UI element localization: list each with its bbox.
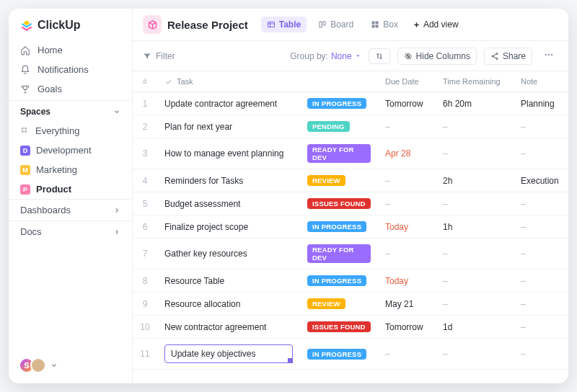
table-row[interactable]: 11Update key objectivesIN PROGRESS––– <box>133 339 568 370</box>
svg-rect-10 <box>376 25 379 28</box>
sidebar-item-everything[interactable]: Everything <box>9 121 132 141</box>
table-row[interactable]: 3How to manage event planningREADY FOR D… <box>133 138 568 169</box>
chevron-down-icon <box>50 362 58 369</box>
add-view-button[interactable]: Add view <box>413 19 459 30</box>
sidebar-space-marketing[interactable]: MMarketing <box>9 160 132 179</box>
sort-icon <box>375 52 384 61</box>
svg-point-17 <box>551 54 552 55</box>
table-row[interactable]: 9Resource allocationREVIEWMay 21–– <box>133 293 568 316</box>
task-name: Resource allocation <box>164 299 240 309</box>
project-title: Release Project <box>167 19 248 31</box>
group-by-selector[interactable]: Group by: None <box>290 51 361 61</box>
col-num[interactable]: # <box>133 71 157 92</box>
due-date: May 21 <box>378 293 436 315</box>
user-avatars[interactable]: S <box>9 347 132 383</box>
task-name: Gather key resources <box>164 249 247 259</box>
view-board[interactable]: Board <box>312 17 359 32</box>
hide-columns-button[interactable]: Hide Columns <box>397 48 477 65</box>
sidebar-docs[interactable]: Docs <box>9 220 132 242</box>
status-badge[interactable]: PENDING <box>307 121 350 132</box>
status-badge[interactable]: IN PROGRESS <box>307 275 366 286</box>
topbar: Release Project Table Board Box Add view <box>133 9 568 41</box>
table-row[interactable]: 1Update contractor agreementIN PROGRESST… <box>133 92 568 115</box>
toolbar: Filter Group by: None Hide Columns Share <box>133 41 568 71</box>
nav-notifications[interactable]: Notifications <box>9 60 132 79</box>
brand-logo[interactable]: ClickUp <box>9 9 132 39</box>
task-name: Update contractor agreement <box>164 99 277 109</box>
svg-rect-4 <box>268 22 274 27</box>
chevron-down-icon <box>113 108 120 115</box>
table-header: # Task Due Date Time Remaining Note <box>133 71 568 92</box>
col-status[interactable] <box>300 71 378 92</box>
svg-point-16 <box>548 54 550 55</box>
status-badge[interactable]: ISSUES FOUND <box>307 321 371 332</box>
sidebar-dashboards[interactable]: Dashboards <box>9 199 132 220</box>
status-badge[interactable]: READY FOR DEV <box>307 144 371 163</box>
filter-button[interactable]: Filter <box>143 51 175 61</box>
due-date: – <box>378 170 436 192</box>
nav-home[interactable]: Home <box>9 40 132 60</box>
table-row[interactable]: 8Resource TableIN PROGRESSToday–– <box>133 270 568 293</box>
svg-rect-7 <box>372 22 375 24</box>
eye-off-icon <box>404 52 413 61</box>
table-row[interactable]: 7Gather key resourcesREADY FOR DEV––– <box>133 239 568 270</box>
col-task[interactable]: Task <box>157 71 300 92</box>
task-name: Budget assessment <box>164 199 240 209</box>
svg-point-14 <box>496 58 498 59</box>
due-date: – <box>378 193 436 215</box>
sidebar-space-product[interactable]: PProduct <box>9 179 132 199</box>
sidebar-space-development[interactable]: DDevelopment <box>9 141 132 160</box>
task-name: New contractor agreement <box>164 322 266 332</box>
share-button[interactable]: Share <box>484 48 532 65</box>
task-name: Resource Table <box>164 276 224 286</box>
col-time[interactable]: Time Remaining <box>436 71 514 92</box>
sort-button[interactable] <box>369 48 390 64</box>
task-name-input[interactable]: Update key objectives <box>164 344 293 363</box>
view-table[interactable]: Table <box>261 17 307 32</box>
space-label: Product <box>36 184 71 195</box>
space-label: Development <box>36 145 92 156</box>
table-row[interactable]: 5Budget assessmentISSUES FOUND––– <box>133 192 568 215</box>
app-window: ClickUp Home Notifications Goals Spaces … <box>9 9 568 383</box>
due-date: Tomorrow <box>378 316 436 338</box>
spaces-header[interactable]: Spaces <box>9 100 132 121</box>
nav-goals[interactable]: Goals <box>9 79 132 99</box>
everything-icon <box>20 126 30 135</box>
table-icon <box>267 20 276 29</box>
status-badge[interactable]: REVIEW <box>307 175 345 186</box>
status-badge[interactable]: ISSUES FOUND <box>307 198 371 209</box>
col-note[interactable]: Note <box>514 71 568 92</box>
view-box[interactable]: Box <box>365 17 404 32</box>
task-name: Finalize project scope <box>164 222 248 232</box>
status-badge[interactable]: REVIEW <box>307 298 345 309</box>
svg-point-15 <box>545 54 547 55</box>
due-date: Apr 28 <box>378 143 436 164</box>
due-date: – <box>378 343 436 365</box>
box-icon <box>147 19 158 30</box>
svg-rect-5 <box>320 22 322 27</box>
avatar[interactable] <box>30 357 46 373</box>
svg-point-3 <box>25 131 27 133</box>
task-name: Plan for next year <box>164 122 232 132</box>
more-button[interactable] <box>539 47 558 65</box>
caret-down-icon <box>355 53 361 59</box>
task-name: Reminders for Tasks <box>164 176 243 186</box>
trophy-icon <box>20 84 30 94</box>
table-row[interactable]: 2Plan for next yearPENDING––– <box>133 115 568 138</box>
col-due[interactable]: Due Date <box>378 71 436 92</box>
filter-icon <box>143 52 151 61</box>
table-row[interactable]: 10New contractor agreementISSUES FOUNDTo… <box>133 316 568 339</box>
more-icon <box>544 50 554 60</box>
svg-point-13 <box>492 55 493 57</box>
box-view-icon <box>371 20 379 29</box>
svg-point-0 <box>22 128 23 129</box>
status-badge[interactable]: IN PROGRESS <box>307 221 366 232</box>
table-row[interactable]: 4Reminders for TasksREVIEW–2hExecution <box>133 169 568 192</box>
status-badge[interactable]: IN PROGRESS <box>307 98 366 109</box>
clickup-logo-icon <box>20 19 33 32</box>
status-badge[interactable]: READY FOR DEV <box>307 244 371 263</box>
table-row[interactable]: 6Finalize project scopeIN PROGRESSToday1… <box>133 215 568 239</box>
brand-text: ClickUp <box>38 19 81 32</box>
status-badge[interactable]: IN PROGRESS <box>307 349 366 360</box>
svg-point-2 <box>22 131 23 133</box>
